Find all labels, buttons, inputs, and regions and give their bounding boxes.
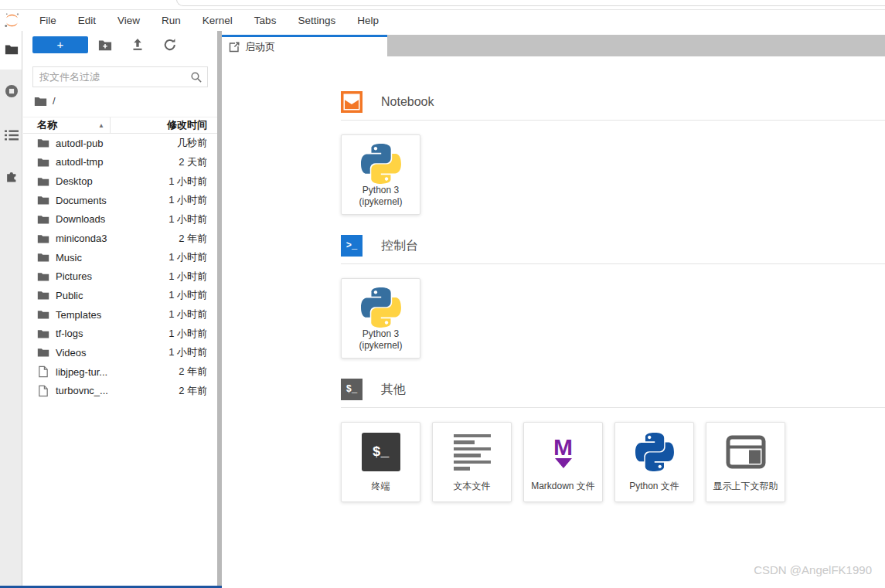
file-row[interactable]: libjpeg-tur... 2 年前 [23, 362, 217, 382]
file-modified: 几秒前 [177, 136, 207, 150]
file-filter-input[interactable] [32, 66, 208, 87]
tab-launcher[interactable]: 启动页 [222, 35, 387, 56]
folder-icon [37, 270, 49, 283]
column-name[interactable]: 名称 ▲ [23, 117, 111, 133]
browser-element-corner [176, 0, 885, 6]
file-filter [32, 66, 208, 87]
tab-bar: 启动页 [222, 31, 885, 56]
column-modified[interactable]: 修改时间 [111, 118, 217, 132]
section-console: >_ 控制台 Python 3 (ipykernel) [341, 235, 885, 359]
file-browser-toolbar: + [23, 31, 217, 58]
console-icon: >_ [341, 235, 363, 257]
section-header: >_ 控制台 [341, 235, 885, 264]
file-row[interactable]: Desktop 1 小时前 [23, 172, 217, 191]
terminal-icon: $_ [362, 433, 400, 471]
card-row: $_ 终端 文本文件 M [341, 422, 885, 502]
folder-icon [37, 233, 49, 245]
python-logo-icon [361, 287, 401, 328]
notebook-icon [341, 91, 363, 113]
file-list-header: 名称 ▲ 修改时间 [23, 117, 217, 134]
breadcrumb: / [23, 94, 217, 107]
file-modified: 2 年前 [179, 384, 207, 398]
file-row[interactable]: Music 1 小时前 [23, 248, 217, 267]
menu-edit[interactable]: Edit [67, 15, 107, 26]
tab-label: 启动页 [245, 40, 275, 54]
launcher-icon [229, 42, 240, 53]
home-folder-icon[interactable] [34, 96, 47, 107]
file-row[interactable]: Documents 1 小时前 [23, 191, 217, 210]
folder-icon [37, 175, 49, 188]
section-notebook: Notebook Python 3 (ipykernel) [341, 91, 885, 215]
file-browser-panel: + / 名称 ▲ 修改时间 [23, 31, 217, 586]
file-row[interactable]: turbovnc_... 2 年前 [23, 381, 217, 400]
tab-bar-empty [387, 35, 885, 56]
contextual-help-icon [726, 435, 766, 469]
menu-settings[interactable]: Settings [287, 15, 346, 26]
file-row[interactable]: Public 1 小时前 [23, 286, 217, 305]
column-name-label: 名称 [37, 118, 57, 132]
file-modified: 1 小时前 [168, 327, 207, 341]
file-row[interactable]: Templates 1 小时前 [23, 305, 217, 325]
section-header: Notebook [341, 91, 885, 121]
file-row[interactable]: Downloads 1 小时前 [23, 210, 217, 229]
file-list: autodl-pub 几秒前 autodl-tmp 2 天前 Desktop 1… [23, 134, 217, 400]
card-label: 终端 [372, 480, 390, 493]
folder-icon [37, 308, 49, 321]
file-name: Downloads [56, 213, 105, 225]
menu-file[interactable]: File [29, 15, 67, 26]
file-row[interactable]: miniconda3 2 年前 [23, 229, 217, 248]
file-name: Music [56, 252, 82, 263]
card-text-file[interactable]: 文本文件 [432, 422, 512, 502]
section-header: $_ 其他 [341, 379, 885, 408]
card-contextual-help[interactable]: 显示上下文帮助 [706, 422, 785, 502]
card-python-file[interactable]: Python 文件 [614, 422, 694, 502]
card-markdown-file[interactable]: M Markdown 文件 [523, 422, 603, 502]
folder-icon [37, 251, 49, 263]
menu-view[interactable]: View [107, 15, 151, 26]
menu-help[interactable]: Help [346, 15, 390, 26]
file-row[interactable]: autodl-pub 几秒前 [23, 134, 217, 153]
file-modified: 1 小时前 [168, 345, 207, 359]
menu-kernel[interactable]: Kernel [192, 15, 243, 26]
upload-icon[interactable] [131, 38, 145, 52]
python-file-icon [635, 433, 674, 471]
running-kernels-icon[interactable] [5, 84, 19, 98]
card-label: Python 文件 [629, 480, 679, 493]
breadcrumb-root[interactable]: / [53, 95, 56, 107]
extension-manager-icon[interactable] [5, 168, 19, 182]
kernel-card-label: Python 3 (ipykernel) [359, 328, 402, 351]
new-launcher-button[interactable]: + [32, 36, 88, 53]
card-python3-notebook[interactable]: Python 3 (ipykernel) [341, 134, 420, 215]
file-row[interactable]: autodl-tmp 2 天前 [23, 153, 217, 172]
file-modified: 2 年前 [179, 232, 207, 246]
refresh-icon[interactable] [163, 38, 177, 52]
sort-ascending-icon: ▲ [98, 122, 104, 129]
file-row[interactable]: Videos 1 小时前 [23, 343, 217, 362]
watermark: CSDN @AngelFK1990 [754, 563, 872, 576]
card-label: 文本文件 [454, 480, 491, 493]
file-modified: 2 天前 [179, 155, 207, 169]
menu-run[interactable]: Run [151, 15, 192, 26]
file-name: miniconda3 [56, 233, 107, 244]
main-area: 启动页 Notebook Python 3 [222, 31, 885, 588]
folder-icon [37, 346, 49, 359]
file-name: libjpeg-tur... [56, 366, 107, 378]
folder-icon [37, 289, 49, 301]
file-modified: 2 年前 [179, 365, 207, 379]
file-modified: 1 小时前 [168, 288, 207, 302]
file-row[interactable]: Pictures 1 小时前 [23, 267, 217, 286]
card-python3-console[interactable]: Python 3 (ipykernel) [341, 278, 420, 359]
new-folder-icon[interactable] [98, 38, 112, 52]
file-name: Pictures [56, 270, 92, 282]
menu-bar: File Edit View Run Kernel Tabs Settings … [0, 10, 885, 31]
file-modified: 1 小时前 [168, 250, 207, 264]
section-title: 其他 [381, 382, 406, 398]
file-name: Documents [56, 195, 107, 206]
file-browser-icon[interactable] [5, 42, 19, 56]
card-terminal[interactable]: $_ 终端 [341, 422, 420, 502]
table-of-contents-icon[interactable] [5, 128, 19, 142]
launcher: Notebook Python 3 (ipykernel) >_ [222, 56, 885, 588]
folder-icon [37, 156, 49, 168]
menu-tabs[interactable]: Tabs [243, 15, 288, 26]
file-row[interactable]: tf-logs 1 小时前 [23, 324, 217, 343]
